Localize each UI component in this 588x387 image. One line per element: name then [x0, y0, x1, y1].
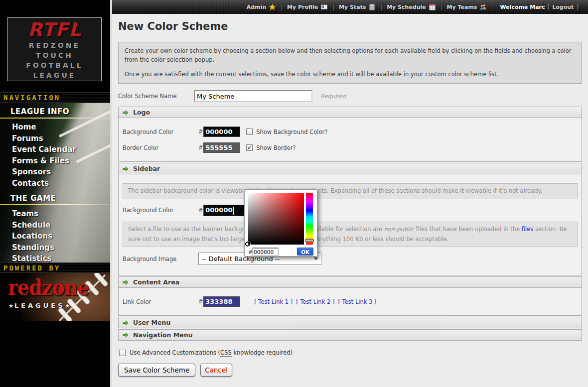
hue-strip[interactable]: [306, 193, 313, 245]
required-note: Required: [320, 93, 346, 100]
sidebar-item-forums[interactable]: Forums: [12, 133, 110, 144]
sidebar-item-event-calendar[interactable]: Event Calendar: [12, 144, 110, 155]
logout-bracket: [: [548, 3, 550, 10]
league-logo-line: TOUCH: [8, 51, 101, 61]
background-image-row: Background Image -- Default Background -…: [123, 253, 578, 265]
topbar-item-my-stats[interactable]: My Stats: [339, 3, 376, 10]
section-title: Sidebar: [133, 165, 160, 172]
sidebar-item-contacts[interactable]: Contacts: [12, 178, 110, 189]
welcome-text: Welcome Marc: [500, 4, 545, 10]
nav-section-title-the-game: THE GAME: [10, 194, 110, 203]
powered-by-banner: POWERED BY: [0, 262, 110, 273]
sidebar-bg-note: The sidebar background color is viewable…: [123, 183, 578, 199]
background-image-note: Select a file to use as the banner backg…: [123, 222, 578, 247]
sidebar-bg-color-row: Background Color # 000000: [123, 205, 578, 216]
sidebar-item-forms-files[interactable]: Forms & Files: [12, 155, 110, 167]
logout-link[interactable]: Logout: [552, 4, 574, 10]
hex-value-input[interactable]: [252, 248, 279, 256]
hue-slider-handle[interactable]: [305, 239, 314, 242]
topbar-item-my-schedule[interactable]: My Schedule: [387, 3, 436, 10]
section-title: User Menu: [133, 319, 170, 326]
section-title: Logo: [133, 109, 150, 116]
topbar-item-admin[interactable]: Admin: [247, 3, 276, 10]
color-scheme-name-input[interactable]: [194, 90, 312, 102]
page: RTFL REDZONE TOUCH FOOTBALL LEAGUE NAVIG…: [0, 0, 588, 387]
section-box-content-area: Link Color # 333388 [ Test Link 1 ] [ Te…: [118, 288, 582, 316]
sidebar: RTFL REDZONE TOUCH FOOTBALL LEAGUE NAVIG…: [0, 0, 110, 387]
nav-underline: [0, 204, 110, 205]
green-arrow-icon: [123, 279, 129, 285]
intro-paragraph: Once you are satisfied with the current …: [125, 70, 576, 79]
redzone-leagues-logo[interactable]: redzone ★LEAGUES★: [0, 273, 110, 321]
sidebar-item-schedule[interactable]: Schedule: [12, 220, 110, 231]
redzone-brand-text: redzone: [8, 274, 89, 299]
green-arrow-icon: [123, 110, 129, 116]
navigation-banner: NAVIGATION: [0, 92, 110, 103]
checkmark-icon: ✓: [247, 144, 252, 151]
sidebar-item-standings[interactable]: Standings: [12, 242, 110, 254]
advanced-label: Use Advanced Customizations (CSS knowled…: [130, 349, 293, 356]
topbar-separator: |: [380, 4, 382, 10]
calculator-icon: [368, 3, 376, 10]
group-icon: [479, 3, 487, 10]
link-color-row: Link Color # 333388 [ Test Link 1 ] [ Te…: [123, 296, 578, 307]
league-logo-acronym: RTFL: [8, 19, 101, 41]
logout-bracket: ]: [576, 3, 579, 10]
logo-bg-color-swatch[interactable]: 000000: [203, 127, 240, 137]
link-color-swatch[interactable]: 333388: [203, 296, 240, 307]
logo-bg-color-row: Background Color # 000000 Show Backgroun…: [123, 127, 578, 137]
show-border-checkbox[interactable]: ✓: [246, 144, 253, 151]
calendar-icon: [429, 3, 436, 10]
ok-button[interactable]: OK: [297, 248, 313, 256]
section-title: Content Area: [133, 278, 179, 286]
test-link-1[interactable]: [ Test Link 1 ]: [254, 298, 293, 305]
vcard-icon: [320, 3, 328, 10]
advanced-customizations-row: Use Advanced Customizations (CSS knowled…: [118, 349, 582, 356]
green-arrow-icon: [123, 166, 129, 172]
sidebar-bg-color-swatch[interactable]: 000000: [203, 205, 249, 216]
logo-border-color-swatch[interactable]: 555555: [203, 142, 240, 153]
sidebar-item-statistics[interactable]: Statistics: [12, 253, 110, 262]
saturation-value-square[interactable]: [248, 193, 304, 245]
section-title: Navigation Menu: [133, 331, 193, 339]
sidebar-item-locations[interactable]: Locations: [12, 231, 110, 242]
show-bg-color-checkbox[interactable]: [246, 129, 253, 135]
sidebar-item-teams[interactable]: Teams: [12, 208, 110, 220]
color-scheme-name-row: Color Scheme Name Required: [118, 90, 582, 102]
nav-section-title-league-info: LEAGUE INFO: [10, 107, 110, 116]
intro-paragraph: Create your own color scheme by choosing…: [125, 47, 576, 65]
sidebar-item-home[interactable]: Home: [12, 122, 110, 133]
test-link-3[interactable]: [ Test Link 3 ]: [338, 298, 376, 305]
section-header-logo[interactable]: Logo: [118, 107, 582, 118]
sidebar-item-sponsors[interactable]: Sponsors: [12, 166, 110, 178]
advanced-customizations-checkbox[interactable]: [119, 350, 126, 356]
section-header-sidebar[interactable]: Sidebar: [118, 163, 582, 174]
color-selector-ring[interactable]: [245, 242, 250, 247]
section-header-navigation-menu[interactable]: Navigation Menu: [118, 329, 582, 341]
main-content: New Color Scheme Create your own color s…: [112, 14, 588, 387]
section-box-sidebar: The sidebar background color is viewable…: [118, 174, 582, 275]
cancel-button[interactable]: Cancel: [200, 364, 232, 377]
topbar-user-area: Welcome Marc [ Logout ]: [500, 3, 581, 10]
topbar-separator: |: [281, 4, 283, 10]
section-box-logo: Background Color # 000000 Show Backgroun…: [118, 118, 582, 162]
topbar-separator: |: [332, 4, 334, 10]
section-header-content-area[interactable]: Content Area: [118, 276, 582, 288]
title-rule: [118, 36, 582, 36]
league-logo[interactable]: RTFL REDZONE TOUCH FOOTBALL LEAGUE: [7, 17, 102, 81]
star-icon: ★: [8, 303, 14, 309]
leagues-brand-text: ★LEAGUES★: [8, 302, 71, 309]
test-link-2[interactable]: [ Test Link 2 ]: [296, 298, 334, 305]
color-picker-popup: # OK: [244, 189, 317, 257]
files-link[interactable]: files: [522, 226, 534, 233]
league-logo-line: FOOTBALL: [8, 61, 101, 71]
button-row: Save Color Scheme Cancel: [118, 364, 582, 377]
nav-list-the-game: Teams Schedule Locations Standings Stati…: [0, 208, 110, 262]
topbar-item-my-teams[interactable]: My Teams: [447, 3, 487, 10]
topbar-item-my-profile[interactable]: My Profile: [287, 3, 328, 10]
text-caret: [233, 207, 234, 215]
save-color-scheme-button[interactable]: Save Color Scheme: [118, 364, 195, 377]
star-icon: ★: [65, 303, 71, 309]
test-links: [ Test Link 1 ] [ Test Link 2 ] [ Test L…: [254, 298, 376, 305]
section-header-user-menu[interactable]: User Menu: [118, 317, 582, 328]
